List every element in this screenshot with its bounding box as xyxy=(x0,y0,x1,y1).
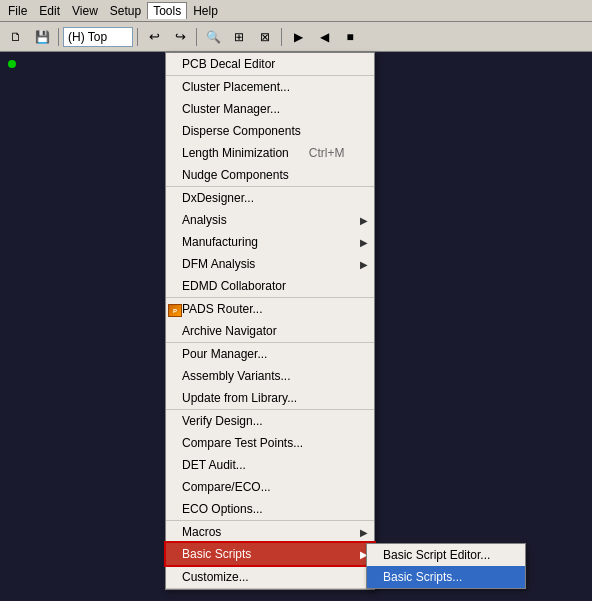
dropdown-section-1: PCB Decal Editor xyxy=(166,53,374,76)
dropdown-section-4: P PADS Router... Archive Navigator xyxy=(166,298,374,343)
menu-macros[interactable]: Macros ▶ xyxy=(166,521,374,543)
basic-scripts-submenu: Basic Script Editor... Basic Scripts... xyxy=(366,543,526,589)
toolbar-sep1 xyxy=(58,28,59,46)
menu-manufacturing[interactable]: Manufacturing ▶ xyxy=(166,231,374,253)
menu-tools[interactable]: Tools xyxy=(147,2,187,19)
toolbar-view1-btn[interactable]: ⊞ xyxy=(227,26,251,48)
layer-combo[interactable]: (H) Top xyxy=(63,27,133,47)
toolbar-zoom-btn[interactable]: 🔍 xyxy=(201,26,225,48)
menu-compare-test-points[interactable]: Compare Test Points... xyxy=(166,432,374,454)
toolbar-view2-btn[interactable]: ⊠ xyxy=(253,26,277,48)
menu-pour-manager[interactable]: Pour Manager... xyxy=(166,343,374,365)
menu-file[interactable]: File xyxy=(2,2,33,20)
menu-disperse-components[interactable]: Disperse Components xyxy=(166,120,374,142)
submenu-basic-script-editor[interactable]: Basic Script Editor... xyxy=(367,544,525,566)
dfm-arrow: ▶ xyxy=(360,259,368,270)
menu-dxdesigner[interactable]: DxDesigner... xyxy=(166,187,374,209)
menu-analysis[interactable]: Analysis ▶ xyxy=(166,209,374,231)
menu-bar: File Edit View Setup Tools Help xyxy=(0,0,592,22)
dropdown-section-3: DxDesigner... Analysis ▶ Manufacturing ▶… xyxy=(166,187,374,298)
dropdown-section-2: Cluster Placement... Cluster Manager... … xyxy=(166,76,374,187)
macros-arrow: ▶ xyxy=(360,527,368,538)
menu-view[interactable]: View xyxy=(66,2,104,20)
toolbar-undo-btn[interactable]: ↩ xyxy=(142,26,166,48)
dropdown-section-7: Macros ▶ Basic Scripts ▶ Basic Script Ed… xyxy=(166,521,374,566)
menu-basic-scripts[interactable]: Basic Scripts ▶ Basic Script Editor... B… xyxy=(166,543,374,565)
menu-dfm-analysis[interactable]: DFM Analysis ▶ xyxy=(166,253,374,275)
submenu-basic-scripts[interactable]: Basic Scripts... xyxy=(367,566,525,588)
dropdown-section-6: Verify Design... Compare Test Points... … xyxy=(166,410,374,521)
toolbar: 🗋 💾 (H) Top ↩ ↪ 🔍 ⊞ ⊠ ▶ ◀ ■ xyxy=(0,22,592,52)
tools-dropdown: PCB Decal Editor Cluster Placement... Cl… xyxy=(165,52,375,590)
menu-cluster-manager[interactable]: Cluster Manager... xyxy=(166,98,374,120)
toolbar-extra2-btn[interactable]: ◀ xyxy=(312,26,336,48)
toolbar-new-btn[interactable]: 🗋 xyxy=(4,26,28,48)
toolbar-sep2 xyxy=(137,28,138,46)
menu-nudge-components[interactable]: Nudge Components xyxy=(166,164,374,186)
toolbar-extra1-btn[interactable]: ▶ xyxy=(286,26,310,48)
pads-router-icon: P xyxy=(168,302,182,317)
analysis-arrow: ▶ xyxy=(360,215,368,226)
menu-pads-router[interactable]: P PADS Router... xyxy=(166,298,374,320)
menu-det-audit[interactable]: DET Audit... xyxy=(166,454,374,476)
menu-assembly-variants[interactable]: Assembly Variants... xyxy=(166,365,374,387)
menu-help[interactable]: Help xyxy=(187,2,224,20)
menu-edit[interactable]: Edit xyxy=(33,2,66,20)
dropdown-section-8: Customize... xyxy=(166,566,374,589)
main-canvas: PCB Decal Editor Cluster Placement... Cl… xyxy=(0,52,592,601)
menu-archive-navigator[interactable]: Archive Navigator xyxy=(166,320,374,342)
menu-verify-design[interactable]: Verify Design... xyxy=(166,410,374,432)
menu-cluster-placement[interactable]: Cluster Placement... xyxy=(166,76,374,98)
dropdown-section-5: Pour Manager... Assembly Variants... Upd… xyxy=(166,343,374,410)
length-min-shortcut: Ctrl+M xyxy=(309,146,345,160)
manufacturing-arrow: ▶ xyxy=(360,237,368,248)
layer-combo-label: (H) Top xyxy=(68,30,107,44)
toolbar-extra3-btn[interactable]: ■ xyxy=(338,26,362,48)
toolbar-save-btn[interactable]: 💾 xyxy=(30,26,54,48)
menu-customize[interactable]: Customize... xyxy=(166,566,374,588)
menu-update-from-library[interactable]: Update from Library... xyxy=(166,387,374,409)
menu-eco-options[interactable]: ECO Options... xyxy=(166,498,374,520)
toolbar-sep4 xyxy=(281,28,282,46)
menu-pcb-decal-editor[interactable]: PCB Decal Editor xyxy=(166,53,374,75)
toolbar-redo-btn[interactable]: ↪ xyxy=(168,26,192,48)
toolbar-sep3 xyxy=(196,28,197,46)
menu-length-minimization[interactable]: Length Minimization Ctrl+M xyxy=(166,142,374,164)
menu-setup[interactable]: Setup xyxy=(104,2,147,20)
menu-compare-eco[interactable]: Compare/ECO... xyxy=(166,476,374,498)
menu-edmd-collaborator[interactable]: EDMD Collaborator xyxy=(166,275,374,297)
status-indicator xyxy=(8,60,16,68)
